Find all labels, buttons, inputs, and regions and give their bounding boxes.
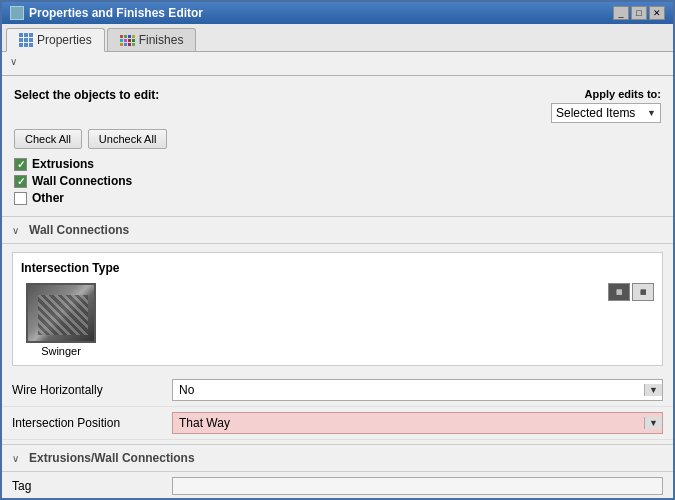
checkbox-wall-connections-row[interactable]: ✓ Wall Connections [14,174,661,188]
intersection-position-value: That Way ▼ [172,412,663,434]
apply-edits-section: Apply edits to: Selected Items ▼ [551,88,661,123]
intersection-position-arrow: ▼ [644,417,662,429]
top-collapse-row[interactable]: ∨ [2,52,673,71]
wire-horizontally-value: No ▼ [172,379,663,401]
close-button[interactable]: ✕ [649,6,665,20]
wall-connections-section-header[interactable]: ∨ Wall Connections [2,216,673,244]
checkbox-wall-connections[interactable]: ✓ [14,175,27,188]
wire-horizontally-arrow: ▼ [644,384,662,396]
intersection-content: Swinger ▦ ▦ [21,283,654,357]
minimize-button[interactable]: _ [613,6,629,20]
checkbox-wall-connections-check: ✓ [17,176,25,187]
tag-input[interactable] [172,477,663,495]
wire-horizontally-row: Wire Horizontally No ▼ [2,374,673,407]
main-window: Properties and Finishes Editor _ □ ✕ Pro… [0,0,675,500]
button-row: Check All Uncheck All [14,129,661,149]
tab-finishes[interactable]: Finishes [107,28,197,51]
intersection-position-row: Intersection Position That Way ▼ [2,407,673,440]
tab-properties-label: Properties [37,33,92,47]
tag-row: Tag [2,472,673,498]
tab-bar: Properties Finishes [2,24,673,52]
apply-edits-dropdown-arrow: ▼ [647,108,656,118]
uncheck-all-button[interactable]: Uncheck All [88,129,167,149]
tag-label: Tag [12,479,172,493]
wire-horizontally-label: Wire Horizontally [12,383,172,397]
apply-edits-value: Selected Items [556,106,635,120]
top-collapse-arrow: ∨ [10,56,17,67]
intersection-type-label: Intersection Type [21,261,654,275]
thumbnail-swinger [26,283,96,343]
multi-icon-left: ▦ [608,283,630,301]
apply-edits-label: Apply edits to: [585,88,661,100]
checkbox-other-label: Other [32,191,64,205]
properties-tab-icon [19,33,33,47]
window-icon [10,6,24,20]
main-content: ∨ Select the objects to edit: Apply edit… [2,52,673,498]
extrusions-wall-collapse-arrow: ∨ [12,453,19,464]
check-all-button[interactable]: Check All [14,129,82,149]
title-bar: Properties and Finishes Editor _ □ ✕ [2,2,673,24]
select-objects-header: Select the objects to edit: Apply edits … [14,88,661,123]
tab-finishes-label: Finishes [139,33,184,47]
tab-properties[interactable]: Properties [6,28,105,52]
checkbox-extrusions-row[interactable]: ✓ Extrusions [14,157,661,171]
window-title: Properties and Finishes Editor [29,6,203,20]
checkbox-wall-connections-label: Wall Connections [32,174,132,188]
wire-horizontally-selected: No [179,383,194,397]
apply-edits-dropdown[interactable]: Selected Items ▼ [551,103,661,123]
thumbnail-item-swinger[interactable]: Swinger [21,283,101,357]
thumbnail-label-swinger: Swinger [41,345,81,357]
checkbox-extrusions-label: Extrusions [32,157,94,171]
maximize-button[interactable]: □ [631,6,647,20]
intersection-position-label: Intersection Position [12,416,172,430]
checkbox-extrusions-check: ✓ [17,159,25,170]
wire-horizontally-dropdown[interactable]: No ▼ [172,379,663,401]
select-objects-section: Select the objects to edit: Apply edits … [2,80,673,216]
checkbox-other[interactable] [14,192,27,205]
multi-icon-right: ▦ [632,283,654,301]
title-bar-left: Properties and Finishes Editor [10,6,203,20]
multi-icon-right-content: ▦ [640,288,647,296]
wall-connections-collapse-arrow: ∨ [12,225,19,236]
divider-top [2,75,673,76]
multi-icon-left-content: ▦ [616,288,623,296]
select-objects-title: Select the objects to edit: [14,88,159,102]
title-bar-controls: _ □ ✕ [613,6,665,20]
intersection-position-dropdown[interactable]: That Way ▼ [172,412,663,434]
multi-icon-group[interactable]: ▦ ▦ [608,283,654,301]
intersection-position-selected: That Way [179,416,230,430]
checkbox-other-row[interactable]: Other [14,191,661,205]
finishes-tab-icon [120,35,135,46]
extrusions-wall-title: Extrusions/Wall Connections [29,451,195,465]
extrusions-wall-section-header[interactable]: ∨ Extrusions/Wall Connections [2,444,673,472]
wall-connections-title: Wall Connections [29,223,129,237]
checkbox-extrusions[interactable]: ✓ [14,158,27,171]
intersection-section: Intersection Type Swinger ▦ ▦ [12,252,663,366]
